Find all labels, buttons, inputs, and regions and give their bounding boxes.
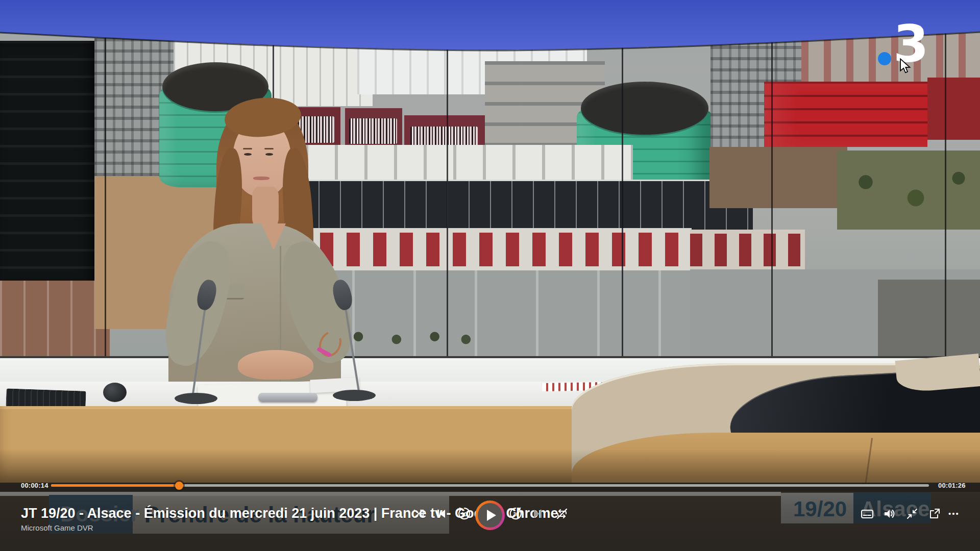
sky [0,0,980,56]
anchor-vneck [261,223,286,250]
computer-mouse [103,383,127,402]
video-player-frame: Dossier Prendre de la hauteur 19/20 Alsa… [0,0,980,551]
repeat-off-icon [555,507,569,521]
forward-30-button[interactable]: 30 [509,507,523,521]
brown-band-right [709,147,847,208]
teal-cylinder-right-roof [581,82,708,135]
next-track-icon [531,507,545,521]
subtitles-button[interactable] [860,507,874,521]
progress-bar[interactable] [51,484,929,487]
video-wall-bezel [945,31,946,362]
mouse-cursor [899,58,913,74]
play-icon [487,510,496,521]
svg-text:10: 10 [461,512,467,517]
repeat-button[interactable] [555,507,569,521]
shadow-area-bottom-right [878,280,980,362]
more-options-icon: ••• [948,509,960,518]
shuffle-icon [412,507,427,521]
street-left [0,281,110,362]
elapsed-time: 00:00:14 [21,482,48,489]
progress-fill [51,484,179,487]
volume-icon [883,507,897,521]
exit-fullscreen-icon [905,507,919,521]
play-button[interactable] [475,500,505,530]
dark-glass-building [276,180,753,231]
player-overlay-gradient [0,449,980,551]
popout-window-icon [927,507,942,521]
white-rooftop-band [276,145,633,181]
next-button[interactable] [531,507,545,521]
dark-office-tower [0,41,97,286]
shuffle-button[interactable] [412,507,427,521]
microphone-right-base [333,390,376,401]
clipboard-clip [258,393,317,402]
microphone-left-base [175,393,217,404]
logo-blue-dot [878,52,891,65]
rewind-10-button[interactable]: 10 [457,507,471,521]
rewind-10-icon: 10 [457,507,471,521]
studio-backdrop [0,31,980,362]
red-white-residence [293,228,692,272]
source-app-label: Microsoft Game DVR [21,523,93,532]
greenery-right [837,151,980,230]
forward-30-icon: 30 [509,507,523,521]
anchor-brow-left [243,148,252,149]
more-options-button[interactable]: ••• [948,507,967,521]
anchor-hands [238,350,313,380]
previous-button[interactable] [434,507,448,521]
video-wall-bezel [105,31,106,362]
anchor-neck [252,187,279,228]
video-wall-bezel [622,31,623,362]
svg-text:30: 30 [513,512,519,517]
red-white-residence-right [690,230,805,272]
anchor-eye-right [265,153,273,156]
anchor-eye-left [244,153,252,156]
volume-button[interactable] [883,507,897,521]
remaining-time: 00:01:26 [938,482,966,489]
progress-thumb[interactable] [175,482,183,490]
anchor-mouth [253,177,270,180]
video-wall-bezel [771,31,773,362]
red-facade-building [764,82,927,147]
previous-track-icon [434,507,448,521]
anchor-brow-right [264,148,274,149]
popout-player-button[interactable] [927,507,942,521]
video-wall-bezel [447,31,448,362]
red-facade-building-2 [927,78,980,140]
subtitles-icon [860,507,874,521]
exit-fullscreen-button[interactable] [905,507,919,521]
